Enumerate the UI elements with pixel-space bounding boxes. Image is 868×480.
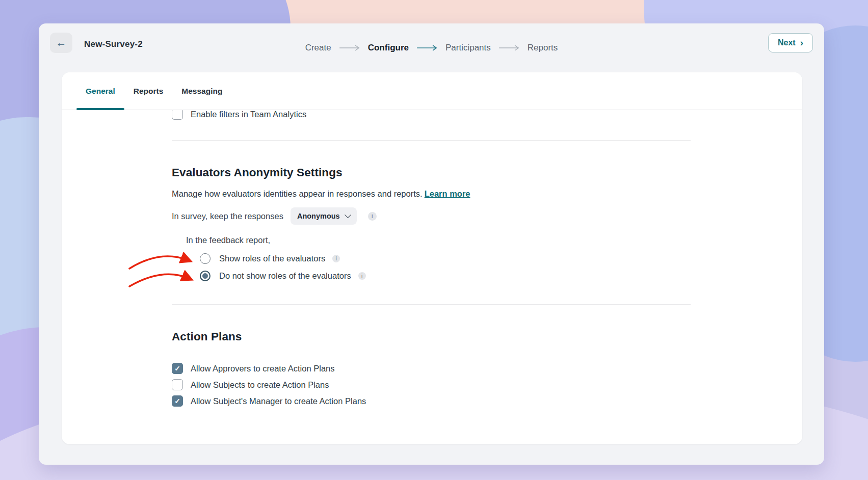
radio-row-do-not-show-roles[interactable]: Do not show roles of the evaluators i (172, 271, 691, 281)
step-configure[interactable]: Configure (368, 43, 409, 53)
checkbox-checked-icon[interactable]: ✓ (172, 395, 183, 407)
checkbox-label: Enable filters in Team Analytics (191, 110, 306, 119)
radio-unselected-icon[interactable] (200, 253, 211, 264)
action-plan-options: ✓ Allow Approvers to create Action Plans… (172, 363, 691, 407)
tab-label: General (86, 87, 115, 95)
checkbox-label: Allow Subject's Manager to create Action… (191, 396, 366, 406)
checkbox-label: Allow Approvers to create Action Plans (191, 364, 334, 374)
stepper: Create Configure Participants Reports (305, 23, 558, 72)
radio-row-show-roles[interactable]: Show roles of the evaluators i (172, 253, 691, 264)
anonymity-dropdown[interactable]: Anonymous (291, 207, 357, 225)
next-button[interactable]: Next › (768, 33, 813, 52)
step-arrow-icon (498, 45, 520, 51)
chevron-right-icon: › (800, 38, 803, 47)
info-icon[interactable]: i (358, 272, 366, 280)
chevron-down-icon (345, 211, 351, 218)
app-header: ← New-Survey-2 Create Configure Particip… (39, 23, 824, 72)
checkbox-unchecked-icon[interactable] (172, 379, 183, 390)
radio-dot (202, 273, 208, 279)
checkbox-label: Allow Subjects to create Action Plans (191, 380, 329, 390)
section-heading-action-plans: Action Plans (172, 330, 691, 343)
survey-builder-window: ← New-Survey-2 Create Configure Particip… (39, 23, 824, 465)
step-arrow-icon (416, 45, 438, 51)
dropdown-value: Anonymous (297, 212, 340, 220)
general-settings-content: Enable filters in Team Analytics Evaluat… (172, 109, 691, 407)
check-icon: ✓ (174, 397, 180, 405)
tab-messaging[interactable]: Messaging (172, 72, 231, 110)
checkbox-row-subjects[interactable]: Allow Subjects to create Action Plans (172, 379, 691, 390)
back-button[interactable]: ← (50, 33, 72, 53)
radio-label: Do not show roles of the evaluators (219, 271, 351, 281)
survey-title: New-Survey-2 (84, 39, 143, 49)
checkbox-row-team-analytics[interactable]: Enable filters in Team Analytics (172, 109, 691, 120)
keep-responses-label: In survey, keep the responses (172, 211, 283, 221)
check-icon: ✓ (174, 365, 180, 372)
tab-general[interactable]: General (76, 72, 124, 110)
step-reports[interactable]: Reports (528, 43, 558, 53)
divider (172, 304, 691, 305)
description-text: Manage how evaluators identities appear … (172, 189, 423, 198)
tab-label: Messaging (181, 87, 222, 95)
info-icon[interactable]: i (368, 212, 377, 221)
section-heading-anonymity: Evaluators Anonymity Settings (172, 166, 691, 179)
anonymity-description: Manage how evaluators identities appear … (172, 189, 691, 199)
settings-panel: General Reports Messaging Enable filters… (62, 72, 802, 444)
checkbox-row-subjects-manager[interactable]: ✓ Allow Subject's Manager to create Acti… (172, 395, 691, 407)
checkbox-unchecked-icon[interactable] (172, 109, 183, 120)
step-create[interactable]: Create (305, 43, 331, 53)
feedback-report-label: In the feedback report, (172, 235, 691, 245)
info-icon[interactable]: i (332, 255, 340, 262)
arrow-left-icon: ← (56, 37, 67, 48)
desktop-background: ← New-Survey-2 Create Configure Particip… (0, 0, 868, 480)
next-button-label: Next (778, 38, 796, 47)
radio-selected-icon[interactable] (200, 271, 211, 281)
radio-label: Show roles of the evaluators (219, 254, 325, 263)
tab-label: Reports (134, 87, 164, 95)
tab-reports[interactable]: Reports (124, 72, 173, 110)
keep-responses-row: In survey, keep the responses Anonymous … (172, 207, 691, 225)
step-participants[interactable]: Participants (445, 43, 491, 53)
tab-bar: General Reports Messaging (62, 72, 802, 110)
checkbox-checked-icon[interactable]: ✓ (172, 363, 183, 374)
step-arrow-icon (339, 45, 360, 51)
divider (172, 140, 691, 141)
learn-more-link[interactable]: Learn more (425, 189, 470, 198)
checkbox-row-approvers[interactable]: ✓ Allow Approvers to create Action Plans (172, 363, 691, 374)
